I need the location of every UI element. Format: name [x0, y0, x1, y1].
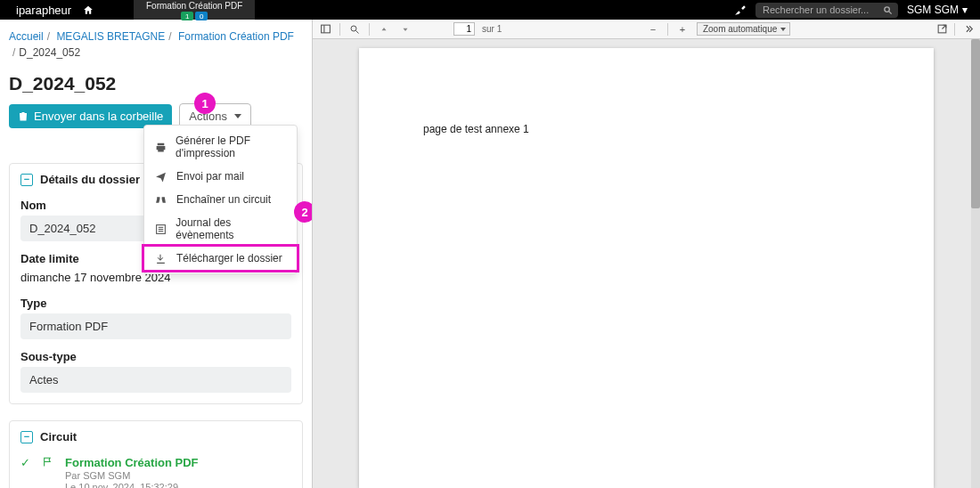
menu-send-mail[interactable]: Envoi par mail — [144, 165, 297, 188]
page-count: sur 1 — [482, 24, 502, 34]
page-title: D_2024_052 — [9, 73, 303, 94]
viewer-scrollbar[interactable] — [971, 39, 980, 488]
svg-rect-7 — [321, 25, 330, 33]
svg-point-9 — [351, 26, 356, 31]
zoom-in-icon[interactable]: + — [675, 22, 690, 37]
pdf-viewer: sur 1 − + Zoom automatique page de test … — [312, 20, 980, 488]
type-value: Formation PDF — [20, 313, 291, 339]
topbar: iparapheur Formation Création PDF 1 0 Re… — [0, 0, 980, 20]
svg-line-1 — [889, 11, 892, 13]
active-tab[interactable]: Formation Création PDF 1 0 — [134, 0, 255, 20]
pdf-page: page de test annexe 1 — [359, 48, 934, 488]
settings-icon[interactable] — [734, 4, 747, 16]
send-icon — [155, 171, 167, 183]
subtype-label: Sous-type — [20, 350, 291, 363]
search-input[interactable]: Rechercher un dossier... — [755, 3, 898, 18]
annotation-2: 2 — [294, 201, 312, 223]
menu-journal[interactable]: Journal des évènements — [144, 211, 297, 247]
open-external-icon[interactable] — [935, 22, 949, 37]
download-icon — [155, 253, 167, 264]
scrollbar-thumb[interactable] — [971, 39, 980, 208]
user-menu[interactable]: SGM SGM ▾ — [907, 4, 968, 16]
collapse-icon[interactable]: − — [20, 174, 33, 186]
subtype-value: Actes — [20, 367, 291, 393]
flag-icon — [42, 456, 56, 488]
search-icon — [883, 5, 893, 15]
sidebar-toggle-icon[interactable] — [318, 22, 332, 37]
circuit-step: ✓ Formation Création PDF Par SGM SGM Le … — [10, 451, 302, 488]
print-icon — [155, 142, 167, 153]
chevron-down-icon — [234, 114, 241, 118]
crumb-formation[interactable]: Formation Création PDF — [178, 30, 294, 43]
search-placeholder: Rechercher un dossier... — [763, 4, 869, 15]
actions-dropdown: Générer le PDF d'impression Envoi par ma… — [143, 125, 298, 274]
zoom-out-icon[interactable]: − — [646, 22, 660, 37]
menu-generate-pdf[interactable]: Générer le PDF d'impression — [144, 129, 297, 165]
check-icon: ✓ — [20, 456, 33, 488]
prev-page-icon[interactable] — [377, 22, 391, 37]
left-pane: Accueil/ MEGALIS BRETAGNE/ Formation Cré… — [0, 20, 312, 488]
collapse-icon[interactable]: − — [20, 431, 33, 443]
menu-chain-circuit[interactable]: Enchaîner un circuit — [144, 188, 297, 211]
circuit-card: − Circuit ✓ Formation Création PDF Par S… — [9, 420, 303, 488]
find-icon[interactable] — [347, 22, 362, 37]
type-label: Type — [20, 297, 291, 310]
home-icon[interactable] — [82, 4, 94, 16]
crumb-megalis[interactable]: MEGALIS BRETAGNE — [56, 30, 165, 43]
tab-title: Formation Création PDF — [146, 1, 242, 11]
svg-point-0 — [885, 6, 890, 12]
crumb-current: D_2024_052 — [19, 46, 80, 59]
list-icon — [155, 224, 167, 235]
pdf-page-text: page de test annexe 1 — [423, 123, 529, 135]
next-page-icon[interactable] — [398, 22, 412, 37]
brand: iparapheur — [16, 4, 71, 17]
crumb-accueil[interactable]: Accueil — [9, 30, 44, 43]
circuit-header: Circuit — [40, 430, 77, 443]
trash-icon — [18, 110, 29, 122]
menu-download-dossier[interactable]: Télécharger le dossier — [142, 244, 299, 272]
breadcrumb: Accueil/ MEGALIS BRETAGNE/ Formation Cré… — [9, 28, 303, 61]
svg-line-10 — [356, 30, 359, 33]
details-header: Détails du dossier — [40, 173, 140, 186]
viewer-toolbar: sur 1 − + Zoom automatique — [313, 20, 980, 39]
more-icon[interactable] — [960, 22, 975, 37]
chevron-down-icon: ▾ — [962, 4, 968, 16]
zoom-select[interactable]: Zoom automatique — [697, 22, 790, 36]
page-number-input[interactable] — [453, 22, 475, 36]
annotation-1: 1 — [194, 93, 216, 114]
binoculars-icon — [155, 194, 167, 206]
